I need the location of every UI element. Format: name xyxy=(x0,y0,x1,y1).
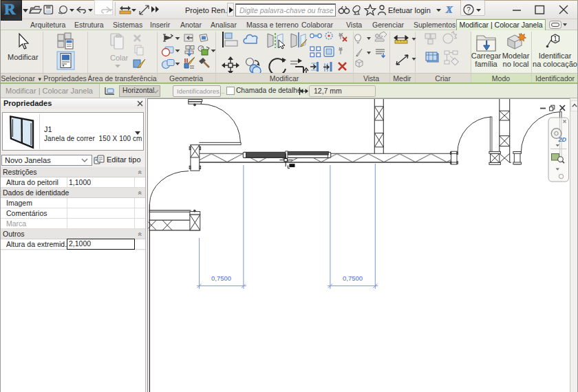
svg-text:1: 1 xyxy=(553,35,557,43)
svg-text:0,7500: 0,7500 xyxy=(211,274,231,282)
svg-text:Identificar: Identificar xyxy=(539,52,572,60)
svg-text:família: família xyxy=(475,60,497,68)
svg-text:Modelar: Modelar xyxy=(502,52,530,60)
svg-text:Modificar: Modificar xyxy=(8,53,39,61)
svg-text:Colar: Colar xyxy=(110,54,129,62)
svg-text:na colocação: na colocação xyxy=(533,60,577,68)
svg-text:Carregar: Carregar xyxy=(471,52,502,60)
svg-text:0,7500: 0,7500 xyxy=(343,274,363,282)
svg-text:no local: no local xyxy=(503,60,529,68)
svg-text:2D: 2D xyxy=(558,136,567,143)
svg-text:?: ? xyxy=(467,6,471,14)
